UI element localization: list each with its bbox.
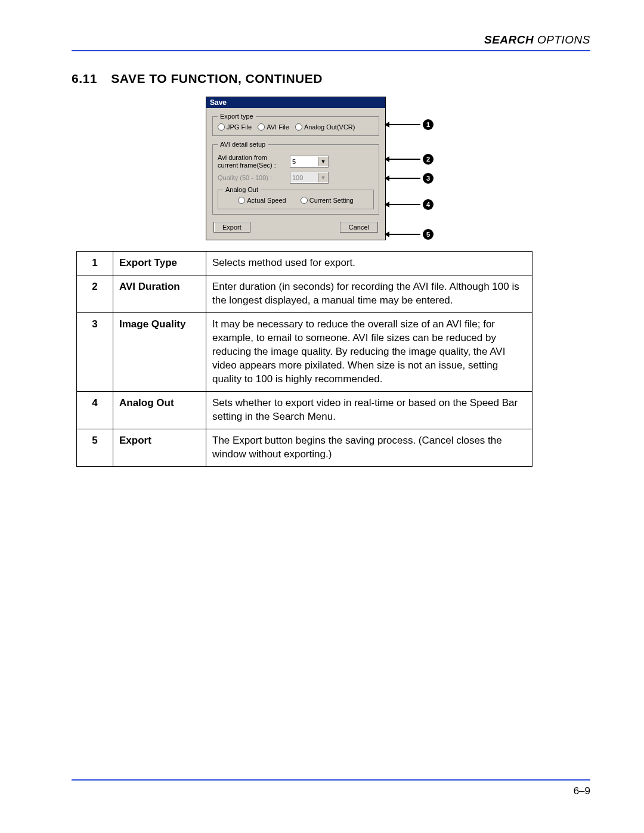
quality-combo: ▼ <box>290 172 329 184</box>
radio-icon <box>218 123 225 131</box>
row-number: 4 <box>77 391 113 429</box>
radio-analog[interactable]: Analog Out(VCR) <box>295 123 355 131</box>
callout-line <box>389 178 420 179</box>
dialog-body: Export type JPG File AVI File Analog Out… <box>206 108 385 240</box>
section-title-text: SAVE TO FUNCTION, CONTINUED <box>111 72 323 85</box>
cancel-button[interactable]: Cancel <box>340 222 378 233</box>
radio-avi[interactable]: AVI File <box>258 123 289 131</box>
running-header: SEARCH OPTIONS <box>72 33 590 47</box>
export-type-legend: Export type <box>218 113 256 120</box>
save-dialog: Save Export type JPG File AVI File Analo… <box>206 97 386 240</box>
row-description: Selects method used for export. <box>206 252 532 275</box>
callout-number: 5 <box>423 229 434 240</box>
callout-number: 3 <box>423 173 434 184</box>
radio-icon <box>295 123 302 131</box>
table-row: 4Analog OutSets whether to export video … <box>77 391 532 429</box>
radio-current-setting[interactable]: Current Setting <box>301 197 354 204</box>
table-row: 5ExportThe Export button begins the savi… <box>77 429 532 466</box>
dialog-button-row: Export Cancel <box>212 219 379 233</box>
row-number: 2 <box>77 275 113 313</box>
callout-line <box>389 159 420 160</box>
arrow-left-icon <box>385 175 389 181</box>
row-name: Export Type <box>113 252 206 275</box>
row-name: Export <box>113 429 206 466</box>
callout-number: 1 <box>423 119 434 130</box>
avi-detail-legend: AVI detail setup <box>218 141 268 148</box>
row-number: 5 <box>77 429 113 466</box>
dialog-titlebar: Save <box>206 97 385 108</box>
arrow-left-icon <box>385 231 389 237</box>
callout-number: 2 <box>423 154 434 165</box>
row-name: AVI Duration <box>113 275 206 313</box>
row-name: Analog Out <box>113 391 206 429</box>
callout-5: 5 <box>385 229 434 240</box>
arrow-left-icon <box>385 122 389 128</box>
page-footer: 6–9 <box>72 779 590 797</box>
avi-duration-combo[interactable]: ▼ <box>290 156 329 168</box>
table-row: 1Export TypeSelects method used for expo… <box>77 252 532 275</box>
header-rule <box>72 50 590 51</box>
quality-input <box>290 173 318 182</box>
export-type-options: JPG File AVI File Analog Out(VCR) <box>218 123 374 131</box>
row-name: Image Quality <box>113 313 206 392</box>
radio-icon <box>258 123 265 131</box>
row-description: Sets whether to export video in real-tim… <box>206 391 532 429</box>
avi-duration-label: Avi duration from current frame(Sec) : <box>218 154 286 169</box>
arrow-left-icon <box>385 202 389 208</box>
table-row: 2AVI DurationEnter duration (in seconds)… <box>77 275 532 313</box>
chevron-down-icon: ▼ <box>318 173 328 182</box>
dialog-figure: Save Export type JPG File AVI File Analo… <box>206 97 456 240</box>
page: SEARCH OPTIONS 6.11 SAVE TO FUNCTION, CO… <box>0 0 644 833</box>
radio-icon <box>238 197 245 204</box>
header-bold: SEARCH <box>484 33 534 46</box>
row-number: 1 <box>77 252 113 275</box>
callout-line <box>389 234 420 235</box>
arrow-left-icon <box>385 156 389 162</box>
footer-rule <box>72 779 590 781</box>
description-table: 1Export TypeSelects method used for expo… <box>76 251 532 466</box>
callout-line <box>389 124 420 125</box>
callout-3: 3 <box>385 173 434 184</box>
radio-jpg[interactable]: JPG File <box>218 123 252 131</box>
section-number: 6.11 <box>72 72 107 86</box>
page-number: 6–9 <box>72 785 590 797</box>
avi-detail-group: AVI detail setup Avi duration from curre… <box>212 141 379 215</box>
table-row: 3Image QualityIt may be necessary to red… <box>77 313 532 392</box>
callout-number: 4 <box>423 199 434 210</box>
export-button[interactable]: Export <box>213 222 250 233</box>
row-description: Enter duration (in seconds) for recordin… <box>206 275 532 313</box>
quality-row: Quality (50 - 100) : ▼ <box>218 172 374 184</box>
radio-actual-speed[interactable]: Actual Speed <box>238 197 286 204</box>
export-type-group: Export type JPG File AVI File Analog Out… <box>212 113 379 136</box>
avi-duration-row: Avi duration from current frame(Sec) : ▼ <box>218 154 374 169</box>
callout-2: 2 <box>385 154 434 165</box>
avi-duration-input[interactable] <box>290 157 318 166</box>
header-light: OPTIONS <box>534 33 590 46</box>
analog-out-legend: Analog Out <box>223 186 261 193</box>
row-description: The Export button begins the saving proc… <box>206 429 532 466</box>
row-description: It may be necessary to reduce the overal… <box>206 313 532 392</box>
callout-line <box>389 204 420 205</box>
analog-out-options: Actual Speed Current Setting <box>223 197 369 204</box>
radio-icon <box>301 197 308 204</box>
row-number: 3 <box>77 313 113 392</box>
section-heading: 6.11 SAVE TO FUNCTION, CONTINUED <box>72 72 590 86</box>
analog-out-group: Analog Out Actual Speed Current Setting <box>218 186 374 209</box>
callout-4: 4 <box>385 199 434 210</box>
chevron-down-icon[interactable]: ▼ <box>318 157 328 166</box>
callout-1: 1 <box>385 119 434 130</box>
quality-label: Quality (50 - 100) : <box>218 174 286 182</box>
